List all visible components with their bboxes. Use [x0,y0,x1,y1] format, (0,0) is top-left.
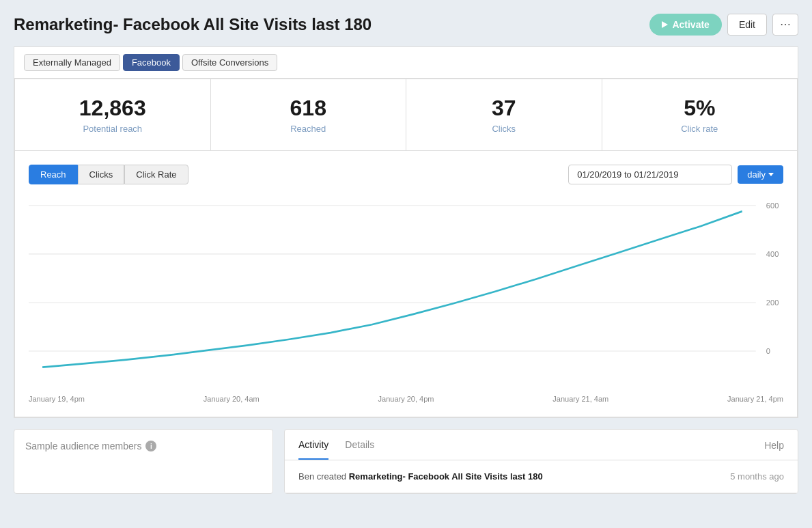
chevron-down-icon [768,173,774,176]
stat-label-click-rate: Click rate [616,124,784,134]
chart-controls: Reach Clicks Click Rate daily [29,165,783,184]
svg-text:600: 600 [766,202,779,210]
activity-panel: Activity Details Help Ben created Remark… [284,429,798,494]
page-header: Remarketing- Facebook All Site Visits la… [14,14,798,36]
svg-text:400: 400 [766,250,779,258]
more-options-button[interactable]: ⋯ [772,14,798,36]
stat-click-rate: 5% Click rate [602,79,798,150]
audience-title: Sample audience members i [25,441,262,451]
page-title: Remarketing- Facebook All Site Visits la… [14,15,372,34]
chart-tab-reach[interactable]: Reach [29,165,78,184]
activity-time: 5 months ago [730,471,784,482]
main-card: Externally Managed Facebook Offsite Conv… [14,46,798,418]
stat-value-click-rate: 5% [616,96,784,121]
play-icon [662,21,668,28]
x-label-0: January 19, 4pm [29,395,85,403]
chart-tab-click-rate[interactable]: Click Rate [124,165,188,184]
audience-panel: Sample audience members i [14,429,273,494]
activity-tabs: Activity Details [298,439,374,460]
stats-row: 12,863 Potential reach 618 Reached 37 Cl… [14,79,798,151]
stat-potential-reach: 12,863 Potential reach [15,79,211,150]
chart-section: Reach Clicks Click Rate daily [14,151,798,417]
stat-label-clicks: Clicks [420,124,588,134]
stat-value-reach: 12,863 [29,96,197,121]
date-range-input[interactable] [568,165,732,184]
tabs-bar: Externally Managed Facebook Offsite Conv… [14,47,798,79]
stat-label-reach: Potential reach [29,124,197,134]
x-label-4: January 21, 4pm [727,395,783,403]
edit-button[interactable]: Edit [727,14,767,36]
chart-tab-clicks[interactable]: Clicks [78,165,125,184]
stat-clicks: 37 Clicks [406,79,602,150]
activity-header: Activity Details Help [285,430,798,460]
stat-value-reached: 618 [225,96,393,121]
info-icon: i [145,441,156,451]
activate-button[interactable]: Activate [649,14,721,36]
tab-offsite-conversions[interactable]: Offsite Conversions [182,54,277,71]
chart-tabs: Reach Clicks Click Rate [29,165,188,184]
granularity-button[interactable]: daily [738,165,783,184]
activity-bold: Remarketing- Facebook All Site Visits la… [349,471,543,482]
x-axis-labels: January 19, 4pm January 20, 4am January … [29,389,783,403]
stat-reached: 618 Reached [211,79,407,150]
tab-details[interactable]: Details [345,439,374,460]
tab-externally-managed[interactable]: Externally Managed [24,54,120,71]
activity-text: Ben created Remarketing- Facebook All Si… [298,471,543,482]
x-label-1: January 20, 4am [204,395,260,403]
help-link[interactable]: Help [764,440,784,459]
tab-facebook[interactable]: Facebook [123,54,180,71]
tab-activity[interactable]: Activity [298,439,328,460]
chart-right-controls: daily [568,165,783,184]
chart-area: 600 400 200 0 [29,198,783,389]
stat-label-reached: Reached [225,124,393,134]
header-actions: Activate Edit ⋯ [649,14,798,36]
x-label-2: January 20, 4pm [378,395,434,403]
stat-value-clicks: 37 [420,96,588,121]
svg-text:200: 200 [766,298,779,307]
svg-text:0: 0 [766,347,770,355]
chart-svg: 600 400 200 0 [29,198,783,389]
activity-item: Ben created Remarketing- Facebook All Si… [285,460,798,493]
bottom-section: Sample audience members i Activity Detai… [14,429,798,494]
x-label-3: January 21, 4am [552,395,608,403]
